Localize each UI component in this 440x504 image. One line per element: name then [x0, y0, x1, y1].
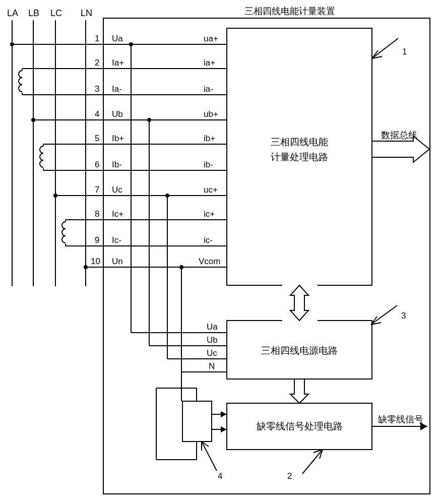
- term-7: 7: [95, 185, 99, 195]
- sig-iap-r: ia+: [204, 58, 215, 68]
- miss-label: 缺零线信号处理电路: [257, 421, 343, 431]
- line-lc: LC: [50, 8, 62, 18]
- sig-icm-r: ic-: [204, 235, 213, 245]
- svg-point-42: [84, 265, 88, 269]
- term-5: 5: [95, 134, 99, 143]
- sig-ua-l: Ua: [112, 34, 123, 43]
- term-8: 8: [95, 209, 99, 219]
- svg-point-21: [10, 42, 14, 46]
- term-6: 6: [95, 160, 99, 169]
- sig-iam-r: ia-: [204, 84, 213, 94]
- term-2: 2: [95, 58, 99, 68]
- sig-ub-l: Ub: [112, 109, 123, 119]
- sig-ub-r: ub+: [204, 109, 218, 119]
- sig-icp-r: ic+: [204, 209, 215, 219]
- callout-3: 3: [401, 311, 406, 321]
- sig-icm-l: Ic-: [112, 235, 121, 245]
- sig-iap-l: Ia+: [112, 58, 124, 68]
- sig-ibm-r: ib-: [204, 160, 213, 169]
- term-9: 9: [95, 235, 99, 245]
- term-10: 10: [91, 257, 100, 266]
- svg-point-35: [53, 194, 57, 198]
- psu-uc: Uc: [207, 348, 217, 358]
- sig-uc-l: Uc: [112, 185, 122, 195]
- psu-label: 三相四线电源电路: [261, 345, 338, 356]
- callout-4: 4: [218, 471, 222, 481]
- miss-out-label: 缺零线信号: [378, 414, 423, 424]
- psu-n: N: [209, 361, 215, 371]
- databus-label: 数据总线: [381, 130, 417, 140]
- term-4: 4: [95, 109, 99, 119]
- term-1: 1: [95, 34, 99, 43]
- sig-ibp-l: Ib+: [112, 134, 124, 143]
- metering-label-1: 三相四线电能: [271, 137, 328, 147]
- psu-ub: Ub: [207, 335, 218, 345]
- svg-point-28: [31, 118, 35, 122]
- sig-ibp-r: ib+: [204, 134, 215, 143]
- title: 三相四线电能计量装置: [244, 6, 335, 16]
- sig-icp-l: Ic+: [112, 209, 123, 219]
- callout-2: 2: [287, 471, 292, 481]
- sig-ibm-l: Ib-: [112, 160, 122, 169]
- sensor-block: [182, 401, 212, 442]
- psu-ua: Ua: [207, 322, 218, 332]
- sig-un-l: Un: [112, 257, 123, 266]
- sig-uc-r: uc+: [204, 185, 218, 195]
- metering-label-2: 计量处理电路: [271, 152, 328, 162]
- sig-iam-l: Ia-: [112, 84, 122, 94]
- sig-vcom: Vcom: [199, 257, 220, 266]
- term-3: 3: [95, 84, 99, 94]
- diagram: 三相四线电能计量装置 LA LB LC LN 三相四线电能 计量处理电路 1 三…: [0, 0, 440, 504]
- callout-1: 1: [402, 47, 407, 56]
- line-la: LA: [7, 8, 18, 18]
- line-ln: LN: [81, 8, 92, 18]
- line-lb: LB: [28, 8, 39, 18]
- sig-ua-r: ua+: [204, 34, 218, 43]
